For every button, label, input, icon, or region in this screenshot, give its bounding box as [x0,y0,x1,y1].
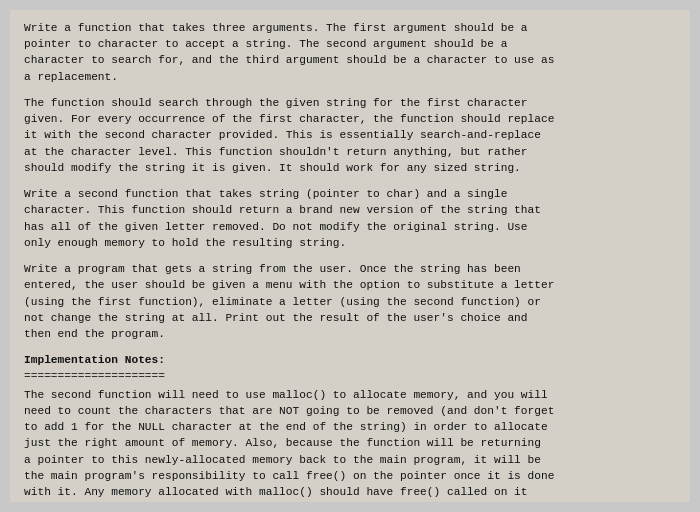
implementation-notes-heading: Implementation Notes: [24,352,676,368]
paragraph-5: The second function will need to use mal… [24,387,676,502]
paragraph-3: Write a second function that takes strin… [24,186,676,251]
heading-text: Implementation Notes: [24,354,165,366]
paragraph-2: The function should search through the g… [24,95,676,176]
section-divider: ===================== [24,368,676,384]
paragraph-1: Write a function that takes three argume… [24,20,676,85]
paragraph-1-text: Write a function that takes three argume… [24,22,554,83]
paragraph-2-text: The function should search through the g… [24,97,554,174]
divider-text: ===================== [24,370,165,382]
paragraph-4: Write a program that gets a string from … [24,261,676,342]
document-container: Write a function that takes three argume… [10,10,690,502]
paragraph-3-text: Write a second function that takes strin… [24,188,541,249]
paragraph-4-text: Write a program that gets a string from … [24,263,554,340]
paragraph-5-text: The second function will need to use mal… [24,389,554,502]
